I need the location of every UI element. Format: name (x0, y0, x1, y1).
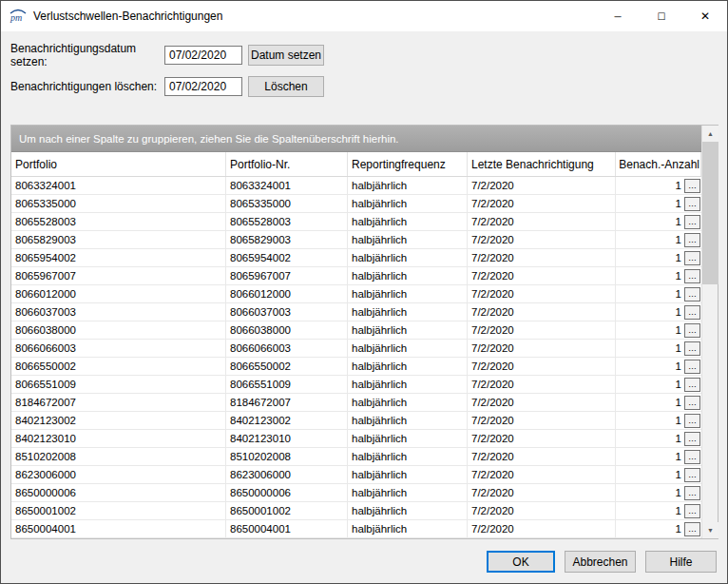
ellipsis-button[interactable]: … (684, 414, 700, 428)
cell-benach-anzahl: 1 … (616, 520, 701, 537)
table-row[interactable]: 8066066003 8066066003 halbjährlich 7/2/2… (11, 340, 701, 358)
table-row[interactable]: 8065954002 8065954002 halbjährlich 7/2/2… (11, 249, 701, 267)
table-row[interactable]: 8066012000 8066012000 halbjährlich 7/2/2… (11, 285, 701, 303)
ok-button[interactable]: OK (487, 551, 555, 573)
ellipsis-button[interactable]: … (684, 251, 700, 265)
cell-letzte-benachrichtigung: 7/2/2020 (468, 321, 616, 339)
cell-portfolio: 8065829003 (11, 231, 226, 248)
ellipsis-button[interactable]: … (684, 432, 700, 446)
table-row[interactable]: 8510202008 8510202008 halbjährlich 7/2/2… (11, 448, 701, 466)
table-row[interactable]: 8066551009 8066551009 halbjährlich 7/2/2… (11, 376, 701, 394)
cell-portfolio: 8065528003 (11, 213, 226, 230)
table-row[interactable]: 8066037003 8066037003 halbjährlich 7/2/2… (11, 303, 701, 321)
ellipsis-button[interactable]: … (684, 378, 700, 392)
ellipsis-button[interactable]: … (684, 197, 700, 211)
ellipsis-button[interactable]: … (684, 360, 700, 374)
ellipsis-button[interactable]: … (684, 396, 700, 410)
benach-anzahl-value: 1 (676, 523, 681, 535)
table-row[interactable]: 8650004001 8650004001 halbjährlich 7/2/2… (11, 520, 701, 538)
cell-letzte-benachrichtigung: 7/2/2020 (468, 195, 616, 212)
column-header-portfolio-nr[interactable]: Portfolio-Nr. (226, 152, 348, 176)
cell-portfolio: 8063324001 (11, 177, 226, 194)
clear-date-input[interactable] (164, 77, 242, 96)
maximize-icon[interactable]: ☐ (640, 1, 683, 31)
cell-reportingfrequenz: halbjährlich (348, 231, 468, 248)
cell-reportingfrequenz: halbjährlich (348, 466, 468, 483)
benach-anzahl-value: 1 (676, 487, 681, 498)
svg-text:pm: pm (10, 12, 22, 23)
column-header-reportingfrequenz[interactable]: Reportingfrequenz (348, 152, 468, 176)
cell-reportingfrequenz: halbjährlich (348, 267, 468, 284)
ellipsis-button[interactable]: … (684, 233, 700, 247)
table-row[interactable]: 8623006000 8623006000 halbjährlich 7/2/2… (11, 466, 701, 484)
app-icon: pm (9, 9, 28, 24)
benach-anzahl-value: 1 (676, 270, 681, 282)
cell-benach-anzahl: 1 … (616, 231, 701, 248)
column-header-portfolio[interactable]: Portfolio (11, 152, 226, 176)
ellipsis-button[interactable]: … (684, 486, 700, 500)
benach-anzahl-value: 1 (676, 469, 681, 480)
set-date-row: Benachrichtigungsdatum setzen: Datum set… (10, 42, 324, 68)
ellipsis-button[interactable]: … (684, 269, 700, 283)
table-row[interactable]: 8184672007 8184672007 halbjährlich 7/2/2… (11, 394, 701, 412)
table-row[interactable]: 8063324001 8063324001 halbjährlich 7/2/2… (11, 177, 701, 195)
cell-portfolio: 8510202008 (11, 448, 226, 465)
cell-portfolio-nr: 8065335000 (226, 195, 348, 212)
clear-button[interactable]: Löschen (248, 76, 324, 97)
minimize-icon[interactable]: ─ (596, 1, 640, 31)
scroll-up-icon[interactable]: ▲ (702, 126, 718, 142)
help-button[interactable]: Hilfe (645, 551, 717, 573)
table-row[interactable]: 8066550002 8066550002 halbjährlich 7/2/2… (11, 358, 701, 376)
ellipsis-button[interactable]: … (684, 522, 700, 536)
set-date-input[interactable] (164, 46, 242, 65)
cell-reportingfrequenz: halbjährlich (348, 249, 468, 266)
grid-main: Um nach einer Spalte zu gruppieren, zieh… (11, 126, 701, 538)
window-title: Verlustschwellen-Benachrichtigungen (33, 10, 222, 23)
vertical-scrollbar[interactable]: ▲ ▼ (701, 126, 718, 538)
ellipsis-button[interactable]: … (684, 305, 700, 320)
table-row[interactable]: 8065967007 8065967007 halbjährlich 7/2/2… (11, 267, 701, 285)
table-row[interactable]: 8650001002 8650001002 halbjährlich 7/2/2… (11, 502, 701, 520)
close-icon[interactable]: ✕ (683, 1, 727, 31)
table-row[interactable]: 8650000006 8650000006 halbjährlich 7/2/2… (11, 484, 701, 502)
table-row[interactable]: 8065528003 8065528003 halbjährlich 7/2/2… (11, 213, 701, 231)
cell-letzte-benachrichtigung: 7/2/2020 (468, 340, 616, 357)
benach-anzahl-value: 1 (676, 198, 681, 209)
ellipsis-button[interactable]: … (684, 341, 700, 356)
ellipsis-button[interactable]: … (684, 215, 700, 229)
scroll-down-icon[interactable]: ▼ (702, 522, 718, 538)
cell-letzte-benachrichtigung: 7/2/2020 (468, 376, 616, 393)
scrollbar-thumb[interactable] (702, 142, 718, 284)
benach-anzahl-value: 1 (676, 252, 681, 263)
table-row[interactable]: 8065829003 8065829003 halbjährlich 7/2/2… (11, 231, 701, 249)
table-row[interactable]: 8402123010 8402123010 halbjährlich 7/2/2… (11, 430, 701, 448)
cell-portfolio-nr: 8650000006 (226, 484, 348, 501)
cell-portfolio: 8650000006 (11, 484, 226, 501)
cell-letzte-benachrichtigung: 7/2/2020 (468, 231, 616, 248)
cell-benach-anzahl: 1 … (616, 195, 701, 212)
ellipsis-button[interactable]: … (684, 468, 700, 482)
table-row[interactable]: 8065335000 8065335000 halbjährlich 7/2/2… (11, 195, 701, 213)
benach-anzahl-value: 1 (676, 397, 681, 408)
cell-reportingfrequenz: halbjährlich (348, 520, 468, 537)
column-header-letzte-benachrichtigung[interactable]: Letzte Benachrichtigung (468, 152, 616, 176)
cell-letzte-benachrichtigung: 7/2/2020 (468, 484, 616, 501)
cell-portfolio: 8402123010 (11, 430, 226, 447)
table-row[interactable]: 8066038000 8066038000 halbjährlich 7/2/2… (11, 321, 701, 340)
column-header-benach-anzahl[interactable]: Benach.-Anzahl (616, 152, 701, 176)
group-by-panel[interactable]: Um nach einer Spalte zu gruppieren, zieh… (11, 126, 701, 152)
ellipsis-button[interactable]: … (684, 450, 700, 464)
ellipsis-button[interactable]: … (684, 179, 700, 193)
cancel-button[interactable]: Abbrechen (565, 551, 636, 573)
ellipsis-button[interactable]: … (684, 504, 700, 518)
benach-anzahl-value: 1 (676, 234, 681, 245)
titlebar: pm Verlustschwellen-Benachrichtigungen ─… (1, 1, 727, 31)
table-row[interactable]: 8402123002 8402123002 halbjährlich 7/2/2… (11, 412, 701, 430)
ellipsis-button[interactable]: … (684, 323, 700, 338)
cell-reportingfrequenz: halbjährlich (348, 195, 468, 212)
benach-anzahl-value: 1 (676, 360, 681, 372)
set-date-button[interactable]: Datum setzen (248, 45, 324, 66)
ellipsis-button[interactable]: … (684, 287, 700, 302)
cell-benach-anzahl: 1 … (616, 376, 701, 393)
cell-portfolio-nr: 8510202008 (226, 448, 348, 465)
